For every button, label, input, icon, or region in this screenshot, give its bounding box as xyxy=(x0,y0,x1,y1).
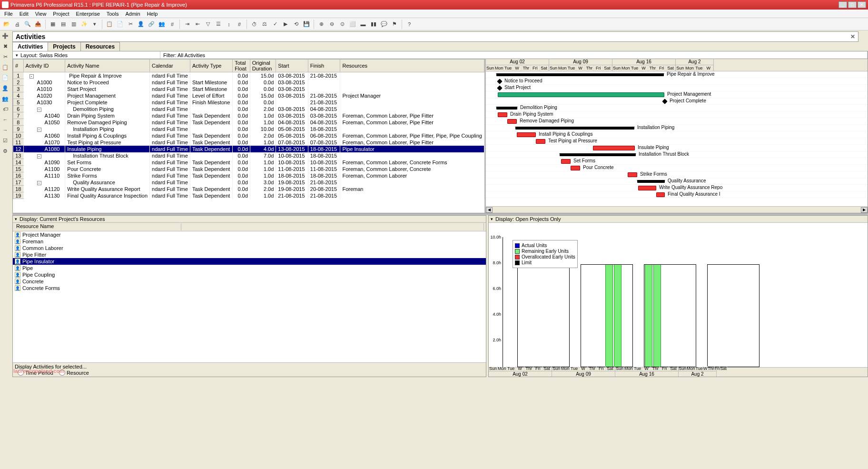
predecessors-icon[interactable]: ← xyxy=(1,115,10,124)
resource-item[interactable]: 👤Pipe Coupling xyxy=(13,271,486,278)
gantt-row[interactable]: Insulate Piping xyxy=(486,145,868,151)
schedule-icon[interactable]: ⏱ xyxy=(249,20,259,29)
level-icon[interactable]: ⚖ xyxy=(260,20,269,29)
resources-display-dropdown[interactable]: Display: Current Project's Resources xyxy=(13,216,486,223)
gantt-bar[interactable] xyxy=(517,132,536,137)
table-row[interactable]: 10A1060Install Piping & Couplingsndard F… xyxy=(13,132,484,139)
gantt-bar[interactable] xyxy=(662,99,667,104)
gantt-row[interactable]: Installation Thrust Block xyxy=(486,151,868,158)
codes-icon[interactable]: # xyxy=(168,20,177,29)
tab-resources[interactable]: Resources xyxy=(80,42,120,51)
paste2-icon[interactable]: 📄 xyxy=(1,73,10,82)
copy2-icon[interactable]: 📋 xyxy=(1,63,10,71)
zoom-out-icon[interactable]: ⊖ xyxy=(327,20,336,29)
col-finish[interactable]: Finish xyxy=(308,60,340,72)
table-row[interactable]: 5A1030Project Completendard Full TimeFin… xyxy=(13,99,484,106)
gantt-row[interactable]: Drain Piping System xyxy=(486,111,868,118)
gantt-bar[interactable] xyxy=(515,127,634,130)
dropdown-icon[interactable]: ▾ xyxy=(90,20,99,29)
resource-item[interactable]: 👤Concrete xyxy=(13,278,486,285)
gantt-bar[interactable] xyxy=(507,119,517,124)
gantt-bar[interactable] xyxy=(637,180,665,183)
store-icon[interactable]: 💾 xyxy=(302,20,311,29)
gantt-bar[interactable] xyxy=(638,186,656,190)
expand-toggle-icon[interactable]: - xyxy=(37,108,41,112)
table-row[interactable]: 13-Installation Thrust Blockndard Full T… xyxy=(13,152,484,159)
col-activity-id[interactable]: Activity ID xyxy=(23,60,65,72)
roles-icon[interactable]: 👥 xyxy=(157,20,167,29)
filter-icon[interactable]: ▽ xyxy=(203,20,213,29)
zoom-fit-icon[interactable]: ⊙ xyxy=(337,20,347,29)
gantt-bar[interactable] xyxy=(561,159,571,164)
expand-toggle-icon[interactable]: - xyxy=(37,181,41,185)
resource-item[interactable]: 👤Project Manager xyxy=(13,231,486,238)
col-original-duration[interactable]: Original Duration xyxy=(250,60,276,72)
table-row[interactable]: 15A1100Pour Concretendard Full TimeTask … xyxy=(13,166,484,172)
resource-item[interactable]: 👤Foreman xyxy=(13,238,486,245)
table-row[interactable]: 9-Installation Pipingndard Full Time0.0d… xyxy=(13,126,484,132)
layout2-icon[interactable]: ▤ xyxy=(59,20,68,29)
col-total-float[interactable]: Total Float xyxy=(233,60,250,72)
resource-item[interactable]: 👤Pipe Fitter xyxy=(13,251,486,258)
gantt-row[interactable]: Project Management xyxy=(486,91,868,98)
menu-edit[interactable]: Edit xyxy=(17,10,31,17)
gantt-bar[interactable] xyxy=(497,85,502,90)
gantt-row[interactable]: Quality Assurance xyxy=(486,178,868,185)
table-row[interactable]: 6-Demolition Pipingndard Full Time0.0d2.… xyxy=(13,106,484,112)
gantt-bar[interactable] xyxy=(656,192,665,197)
roles2-icon[interactable]: 👥 xyxy=(1,94,10,103)
collapse-icon[interactable]: ▬ xyxy=(358,20,368,29)
table-row[interactable]: 12A1080Insulate Pipingndard Full TimeTas… xyxy=(13,146,484,152)
time-period-radio[interactable]: Time Period xyxy=(18,369,53,376)
resource-item[interactable]: 👤Concrete Forms xyxy=(13,285,486,291)
delete-icon[interactable]: ✖ xyxy=(1,42,10,50)
wand-icon[interactable]: ✨ xyxy=(79,20,89,29)
layout-icon[interactable]: ▦ xyxy=(48,20,58,29)
assign2-icon[interactable]: ⚙ xyxy=(1,147,10,155)
table-row[interactable]: 4A1020Project Managementndard Full TimeL… xyxy=(13,92,484,99)
profile-display-dropdown[interactable]: Display: Open Projects Only xyxy=(489,216,868,223)
col-activity-type[interactable]: Activity Type xyxy=(190,60,232,72)
tab-projects[interactable]: Projects xyxy=(48,42,80,51)
spell-icon[interactable]: ✓ xyxy=(270,20,280,29)
gantt-bar[interactable] xyxy=(496,107,517,110)
sort-icon[interactable]: ↕ xyxy=(224,20,234,29)
resource-item[interactable]: 👤Common Laborer xyxy=(13,245,486,251)
add-icon[interactable]: ➕ xyxy=(1,31,10,40)
maximize-button[interactable]: □ xyxy=(848,1,857,8)
gantt-row[interactable]: Pipe Repair & Improve xyxy=(486,71,868,78)
gantt-row[interactable]: Demolition Piping xyxy=(486,105,868,111)
gantt-row[interactable]: Remove Damaged Piping xyxy=(486,118,868,125)
gantt-row[interactable]: Set Forms xyxy=(486,158,868,165)
expand-toggle-icon[interactable]: - xyxy=(30,74,34,79)
flag-icon[interactable]: ⚑ xyxy=(390,20,399,29)
gantt-row[interactable]: Strike Forms xyxy=(486,171,868,178)
table-row[interactable]: 2A1000Notice to Proceedndard Full TimeSt… xyxy=(13,79,484,86)
gantt-bar[interactable] xyxy=(536,139,545,144)
cut-icon[interactable]: ✂ xyxy=(126,20,135,29)
gantt-bar[interactable] xyxy=(497,79,502,84)
gantt-row[interactable]: Install Piping & Couplings xyxy=(486,131,868,138)
filter-label[interactable]: Filter: All Activities xyxy=(160,51,868,59)
table-row[interactable]: 3A1010Start Projectndard Full TimeStart … xyxy=(13,86,484,92)
gantt-hscroll[interactable]: ◀ ▶ xyxy=(486,206,868,213)
progress-icon[interactable]: ▶ xyxy=(281,20,290,29)
table-row[interactable]: 8A1050Remove Damaged Pipingndard Full Ti… xyxy=(13,119,484,126)
gantt-bar[interactable] xyxy=(628,172,637,177)
print-icon[interactable]: 🖨 xyxy=(12,20,22,29)
gantt-bar[interactable] xyxy=(571,166,580,170)
table-row[interactable]: 7A1040Drain Piping Systemndard Full Time… xyxy=(13,112,484,119)
table-row[interactable]: 14A1090Set Formsndard Full TimeTask Depe… xyxy=(13,159,484,166)
scroll-right-icon[interactable]: ▶ xyxy=(861,207,868,213)
cut2-icon[interactable]: ✂ xyxy=(1,52,10,61)
table-row[interactable]: 16A1110Strike Formsndard Full TimeTask D… xyxy=(13,172,484,179)
menu-file[interactable]: File xyxy=(2,10,15,17)
hash-icon[interactable]: # xyxy=(235,20,244,29)
group-icon[interactable]: ☰ xyxy=(214,20,223,29)
gantt-row[interactable]: Write Quality Assurance Repo xyxy=(486,185,868,191)
open-icon[interactable]: 📂 xyxy=(2,20,11,29)
gantt-bar[interactable] xyxy=(560,153,636,156)
table-row[interactable]: 11A1070Test Piping at Pressurendard Full… xyxy=(13,139,484,146)
menu-admin[interactable]: Admin xyxy=(123,10,142,17)
successors-icon[interactable]: → xyxy=(1,126,10,134)
